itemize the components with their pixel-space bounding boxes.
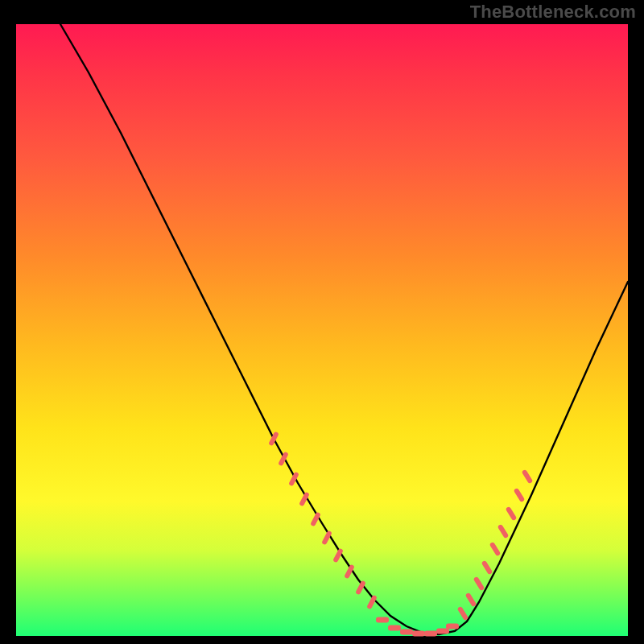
curve-marker <box>388 625 401 631</box>
curve-marker <box>400 630 413 635</box>
curve-marker <box>514 488 526 502</box>
curve-markers-right <box>457 469 534 621</box>
watermark-label: TheBottleneck.com <box>470 2 636 23</box>
curve-line <box>60 24 628 634</box>
curve-marker <box>436 629 449 634</box>
chart-plot-area <box>16 24 628 636</box>
curve-marker <box>424 631 437 637</box>
curve-marker <box>473 576 485 591</box>
curve-marker <box>446 624 459 630</box>
curve-marker <box>497 524 510 539</box>
curve-marker <box>506 506 518 521</box>
curve-marker <box>376 617 389 623</box>
curve-marker <box>457 606 469 621</box>
curve-marker <box>489 542 502 556</box>
curve-markers-bottom <box>376 617 459 637</box>
curve-marker <box>412 631 425 637</box>
curve-markers-left <box>268 431 378 610</box>
curve-marker <box>522 469 534 484</box>
curve-marker <box>465 592 477 607</box>
chart-frame: TheBottleneck.com <box>0 0 644 644</box>
curve-marker <box>481 560 493 575</box>
chart-svg <box>16 24 628 636</box>
